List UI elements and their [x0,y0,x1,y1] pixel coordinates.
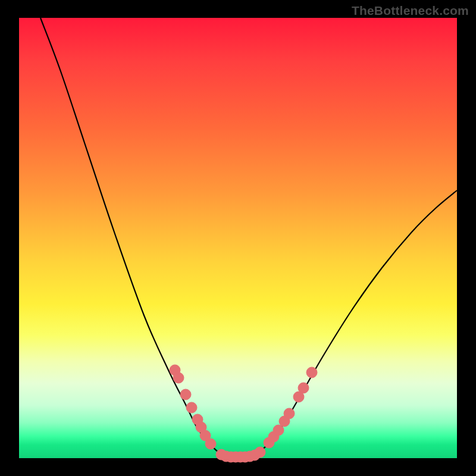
curve-left [40,18,228,456]
bottleneck-curve-svg [19,18,457,458]
dot-right-7 [306,367,317,378]
dot-left-7 [205,439,216,449]
watermark-text: TheBottleneck.com [352,4,469,18]
dot-bottom-8 [255,447,265,458]
chart-plot-area [19,18,457,458]
dot-left-1 [173,372,184,383]
dot-left-2 [180,389,191,400]
data-points [170,365,317,462]
curve-right [250,190,457,456]
dot-right-6 [298,383,309,393]
dot-right-4 [284,408,295,419]
dot-left-3 [186,402,197,413]
